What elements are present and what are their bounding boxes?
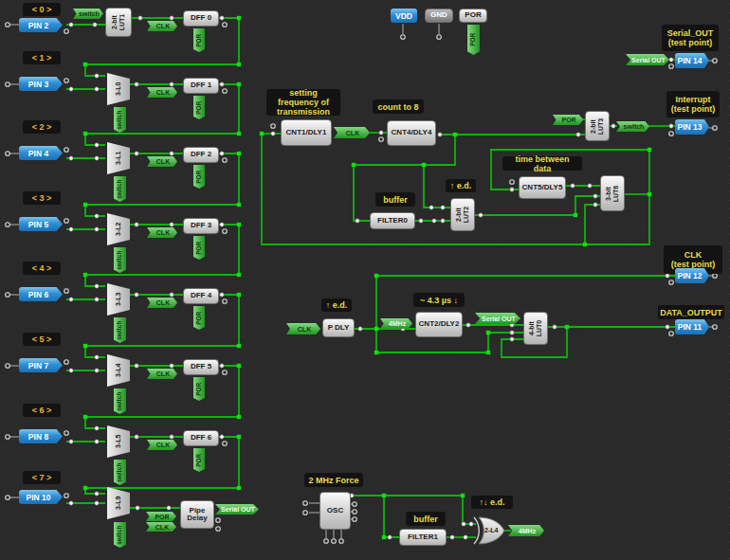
por-tag[interactable]: POR (193, 236, 205, 260)
switch-tag[interactable]: switch (114, 388, 126, 414)
setting-frequency-label: setting frequency of transmission (266, 89, 340, 116)
schematic-canvas: VDD GND POR POR Serial_OUT(test point) S… (0, 0, 730, 560)
clk-input-tag[interactable]: CLK (286, 323, 320, 334)
delay-4us-label: ~ 4.3 µs ↓ (413, 293, 465, 307)
pin-input-block[interactable]: PIN 2 (19, 18, 63, 32)
edge-detect-label: ↑ e.d. (446, 179, 476, 192)
interrupt-testpoint-label: Interrupt(test point) (666, 91, 720, 117)
pin-input-block[interactable]: PIN 10 (19, 490, 63, 504)
clk-tag[interactable]: CLK (147, 87, 177, 98)
pdly-block[interactable]: P DLY (322, 318, 355, 337)
pin11-block[interactable]: PIN 11 (675, 319, 709, 334)
cnt4-dly4-block[interactable]: CNT4/DLY4 (387, 120, 436, 146)
time-between-data-label: time between data (502, 156, 582, 171)
dff-block[interactable]: DFF 0 (183, 10, 219, 27)
lut0-block[interactable]: 4-bitLUT0 (523, 312, 548, 345)
switch-net-tag[interactable]: switch (616, 121, 649, 132)
pin-input-block[interactable]: PIN 8 (19, 429, 63, 443)
row-index-label: < 1 > (23, 51, 61, 64)
xor-gate-2l4[interactable]: 2-L4 (472, 515, 506, 546)
switch-tag[interactable]: switch (114, 317, 126, 343)
pin-input-block[interactable]: PIN 5 (19, 217, 63, 231)
por-power-tag-label: POR (470, 33, 478, 46)
clk-tag[interactable]: CLK (147, 21, 177, 31)
pin-input-block[interactable]: PIN 4 (19, 146, 63, 160)
xor-edge-detect-label: ↑↓ e.d. (471, 496, 513, 509)
dff-block[interactable]: DFF 1 (183, 78, 219, 94)
cnt2-dly2-block[interactable]: CNT2/DLY2 (415, 312, 463, 337)
buffer0-label: buffer (375, 192, 415, 207)
pin13-block[interactable]: PIN 13 (675, 119, 709, 135)
clk-tag[interactable]: CLK (146, 522, 176, 532)
row-index-label: < 3 > (23, 191, 61, 205)
pin-input-block[interactable]: PIN 3 (19, 77, 63, 91)
clk-tag[interactable]: CLK (147, 369, 177, 379)
por-tag[interactable]: POR (146, 512, 176, 521)
serial-out-input-tag[interactable]: Serial OUT (626, 54, 669, 65)
pin-input-block[interactable]: PIN 7 (19, 358, 63, 372)
pipe-delay-block[interactable]: PipeDelay (180, 500, 214, 529)
dff-block[interactable]: DFF 6 (183, 430, 219, 446)
xor-gate-label: 2-L4 (484, 527, 498, 533)
por-input-tag[interactable]: POR (553, 115, 583, 125)
clk-tag[interactable]: CLK (147, 227, 177, 238)
2mhz-force-label: 2 MHz Force (304, 473, 363, 487)
lut6-block[interactable]: 3-bitLUT6 (600, 175, 625, 211)
switch-tag[interactable]: switch (114, 176, 126, 202)
serial-out-testpoint-label: Serial_OUT(test point) (662, 25, 719, 51)
osc-block[interactable]: OSC (319, 492, 351, 530)
count-to-8-label: count to 8 (373, 99, 424, 114)
4mhz-input-tag[interactable]: 4MHz (380, 318, 412, 329)
switch-tag[interactable]: switch (114, 460, 126, 485)
pin-input-block[interactable]: PIN 6 (19, 287, 63, 301)
cnt5-dly5-block[interactable]: CNT5/DLY5 (519, 176, 566, 199)
row-index-label: < 5 > (23, 333, 61, 346)
por-tag[interactable]: POR (193, 377, 205, 401)
vdd-block[interactable]: VDD (391, 9, 417, 23)
filter1-block[interactable]: FILTER1 (399, 529, 447, 546)
pin14-block[interactable]: PIN 14 (675, 53, 709, 68)
pin12-block[interactable]: PIN 12 (675, 268, 709, 283)
clk-tag[interactable]: CLK (147, 440, 177, 450)
row-index-label: < 4 > (23, 262, 61, 275)
por-tag[interactable]: POR (193, 448, 205, 472)
dff-block[interactable]: DFF 5 (183, 359, 219, 375)
dff-block[interactable]: DFF 2 (183, 147, 219, 163)
4mhz-output-tag[interactable]: 4MHz (508, 525, 544, 536)
switch-tag[interactable]: switch (114, 107, 126, 133)
clk-net-tag[interactable]: CLK (334, 127, 370, 138)
gnd-block[interactable]: GND (425, 9, 453, 23)
dff-block[interactable]: DFF 4 (183, 288, 219, 304)
switch-tag[interactable]: switch (114, 247, 126, 273)
lut2-block[interactable]: 2-bitLUT2 (450, 198, 475, 231)
lut1-block[interactable]: 2-bitLUT1 (105, 8, 132, 37)
por-block[interactable]: POR (459, 9, 487, 23)
serial-out-output-tag[interactable]: Serial OUT (215, 504, 259, 515)
data-output-label: DATA_OUTPUT (658, 305, 724, 319)
por-power-tag[interactable]: POR (467, 25, 480, 55)
clk-tag[interactable]: CLK (147, 298, 177, 308)
por-tag[interactable]: POR (193, 165, 205, 189)
por-tag[interactable]: POR (193, 306, 205, 330)
filter0-block[interactable]: FILTER0 (370, 212, 415, 229)
row-index-label: < 7 > (23, 471, 61, 484)
serial-out-tag-lut0[interactable]: Serial OUT (475, 313, 520, 324)
lut3-block[interactable]: 2-bitLUT3 (585, 111, 610, 141)
pdly-edge-detect-label: ↑ e.d. (321, 298, 352, 312)
row-index-label: < 0 > (23, 3, 61, 16)
cnt1-dly1-block[interactable]: CNT1/DLY1 (281, 119, 332, 146)
buffer1-label: buffer (406, 512, 446, 526)
row-index-label: < 2 > (23, 120, 61, 134)
dff-block[interactable]: DFF 3 (183, 218, 219, 234)
switch-tag[interactable]: switch (114, 522, 126, 548)
row-index-label: < 6 > (23, 404, 61, 417)
por-tag[interactable]: POR (193, 28, 205, 52)
clk-tag[interactable]: CLK (147, 156, 177, 167)
por-tag[interactable]: POR (193, 96, 205, 119)
switch-input-tag[interactable]: switch (73, 9, 103, 19)
